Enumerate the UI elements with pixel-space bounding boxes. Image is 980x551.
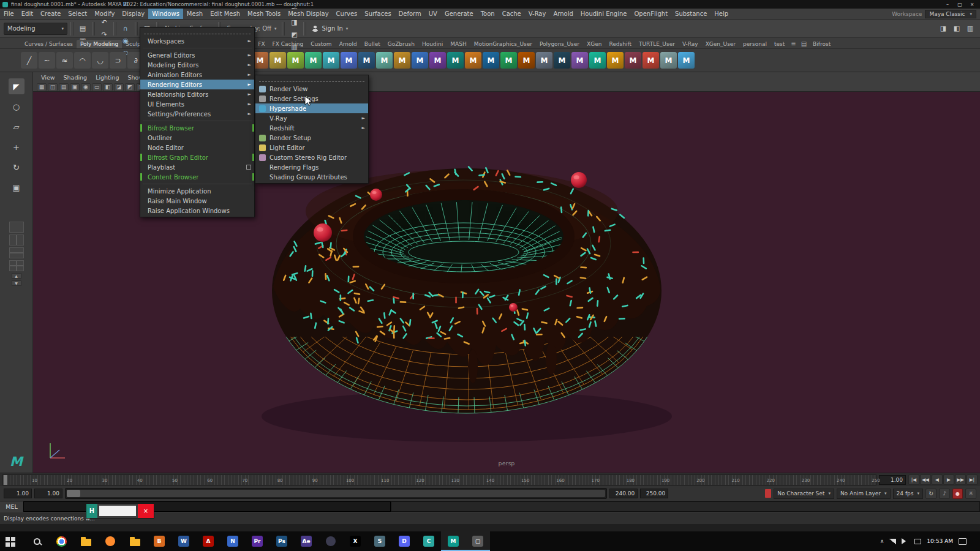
shelf-tab-poly-modeling[interactable]: Poly Modeling	[77, 40, 122, 48]
command-input[interactable]	[23, 501, 391, 512]
shelf-script-icon-26[interactable]: M	[625, 52, 641, 69]
menu-deform[interactable]: Deform	[395, 9, 425, 19]
shelf-tab-v-ray[interactable]: V-Ray	[679, 40, 702, 48]
menu-modify[interactable]: Modify	[91, 9, 118, 19]
shelf-menu-icon[interactable]: ≡	[788, 39, 798, 48]
current-time-field[interactable]: 1.00	[879, 475, 906, 485]
shelf-tab-xgen-user[interactable]: XGen_User	[702, 40, 739, 48]
viewport-icon-a-7[interactable]: ◪	[114, 83, 124, 91]
taskbar-app-word[interactable]: W	[172, 531, 196, 551]
sign-in-button[interactable]: Sign In▾	[309, 25, 350, 32]
open-scene-button[interactable]: ▤	[77, 23, 89, 35]
shelf-script-icon-13[interactable]: M	[394, 52, 410, 69]
taskbar-app-maya[interactable]: M	[441, 531, 466, 551]
menu-arnold[interactable]: Arnold	[549, 9, 576, 19]
redo-button[interactable]: ↷	[98, 29, 110, 41]
current-frame-marker[interactable]	[4, 475, 7, 485]
menu-tearoff-handle[interactable]	[259, 78, 364, 82]
lasso-tool[interactable]: ○	[9, 99, 24, 114]
menu-item-outliner[interactable]: Outliner	[140, 133, 254, 143]
shelf-script-icon-15[interactable]: M	[429, 52, 446, 69]
menu-item-v-ray[interactable]: V-Ray►	[255, 113, 368, 123]
workspace-select[interactable]: Maya Classic▾	[925, 10, 976, 18]
toggle-channel-box-button[interactable]: ▥	[964, 23, 976, 35]
taskbar-app-notion[interactable]: N	[221, 531, 245, 551]
step-forward-button[interactable]: ▶▶	[955, 474, 966, 485]
menu-mesh-display[interactable]: Mesh Display	[284, 9, 332, 19]
shelf-tab-bifrost[interactable]: Bifrost	[809, 40, 834, 48]
menu-item-rendering-editors[interactable]: Rendering Editors►	[140, 80, 254, 89]
taskbar-app-orange[interactable]: B	[147, 531, 172, 551]
menu-cache[interactable]: Cache	[499, 9, 525, 19]
shelf-tool-icon-3[interactable]: ◠	[74, 52, 91, 69]
menu-tearoff-handle[interactable]	[144, 30, 251, 34]
menu-edit[interactable]: Edit	[18, 9, 37, 19]
taskbar-app-aftereffects[interactable]: Ae	[294, 531, 318, 551]
layout-prev-button[interactable]: ▲	[12, 273, 21, 279]
shelf-script-icon-21[interactable]: M	[536, 52, 552, 69]
shelf-script-icon-6[interactable]: M	[270, 52, 286, 69]
character-set-select[interactable]: No Character Set▾	[774, 489, 834, 499]
shelf-tab-curves-surfaces[interactable]: Curves / Surfaces	[21, 40, 77, 48]
menu-item-render-view[interactable]: Render View	[255, 84, 368, 94]
menu-item-ui-elements[interactable]: UI Elements►	[140, 99, 254, 109]
shelf-script-icon-9[interactable]: M	[323, 52, 339, 69]
viewport-icon-a-5[interactable]: ▭	[92, 83, 102, 91]
snap-point-button[interactable]: ∩	[119, 23, 132, 35]
menu-item-bifrost-graph-editor[interactable]: Bifrost Graph Editor	[140, 152, 254, 162]
maximize-button[interactable]: ▢	[954, 1, 965, 8]
menu-item-render-setup[interactable]: Render Setup	[255, 133, 368, 143]
taskbar-app-acrobat[interactable]: A	[196, 531, 221, 551]
shelf-script-icon-25[interactable]: M	[607, 52, 624, 69]
shelf-script-icon-23[interactable]: M	[571, 52, 588, 69]
menu-help[interactable]: Help	[710, 9, 732, 19]
menu-item-light-editor[interactable]: Light Editor	[255, 143, 368, 152]
shelf-tool-icon-2[interactable]: ≈	[56, 52, 73, 69]
sound-toggle-icon[interactable]: ♪	[939, 489, 950, 499]
menu-toon[interactable]: Toon	[477, 9, 499, 19]
animation-preferences-icon[interactable]: ☼	[965, 489, 976, 499]
taskbar-app-file-explorer[interactable]	[74, 531, 98, 551]
shelf-tool-icon-0[interactable]: ╱	[21, 52, 37, 69]
taskbar-app-premiere[interactable]: Pr	[245, 531, 270, 551]
menu-item-rendering-flags[interactable]: Rendering Flags	[255, 162, 368, 172]
toggle-tool-settings-button[interactable]: ◧	[951, 23, 963, 35]
range-slider-track[interactable]	[65, 488, 607, 499]
range-slider-handle[interactable]	[67, 490, 80, 497]
menu-item-modeling-editors[interactable]: Modeling Editors►	[140, 60, 254, 70]
rotate-tool[interactable]: ↻	[9, 159, 24, 175]
shelf-script-icon-29[interactable]: M	[678, 52, 695, 69]
menu-item-workspaces[interactable]: Workspaces►	[140, 36, 254, 46]
menu-set-selector[interactable]: Modeling▾	[4, 23, 67, 35]
shelf-script-icon-14[interactable]: M	[412, 52, 428, 69]
shelf-tab-arnold[interactable]: Arnold	[336, 40, 361, 48]
taskbar-app-folder[interactable]	[123, 531, 147, 551]
shelf-script-icon-10[interactable]: M	[341, 52, 357, 69]
menu-mesh[interactable]: Mesh	[183, 9, 206, 19]
auto-key-button[interactable]: ●	[952, 489, 963, 499]
layout-three-pane-button[interactable]	[9, 247, 24, 258]
panel-menu-shading[interactable]: Shading	[59, 74, 92, 81]
anim-layer-select[interactable]: No Anim Layer▾	[837, 489, 891, 499]
menu-surfaces[interactable]: Surfaces	[361, 9, 394, 19]
shelf-list-icon[interactable]: ▤	[799, 39, 809, 48]
shelf-script-icon-7[interactable]: M	[287, 52, 304, 69]
taskbar-app-photoshop[interactable]: Ps	[270, 531, 294, 551]
playback-end-field[interactable]: 240.00	[609, 489, 638, 498]
viewport-icon-a-2[interactable]: ▤	[59, 83, 69, 91]
menu-select[interactable]: Select	[64, 9, 91, 19]
menu-item-general-editors[interactable]: General Editors►	[140, 50, 254, 60]
option-box-icon[interactable]	[246, 165, 251, 170]
minimize-button[interactable]: –	[942, 1, 953, 8]
shelf-script-icon-11[interactable]: M	[358, 52, 375, 69]
menu-item-relationship-editors[interactable]: Relationship Editors►	[140, 89, 254, 99]
scale-tool[interactable]: ▣	[9, 179, 24, 195]
menu-item-animation-editors[interactable]: Animation Editors►	[140, 70, 254, 80]
shelf-tab-gozbrush[interactable]: GoZbrush	[384, 40, 418, 48]
shelf-tab-turtle-user[interactable]: TURTLE_User	[635, 40, 679, 48]
menu-file[interactable]: File	[0, 9, 18, 19]
fps-select[interactable]: 24 fps▾	[893, 489, 923, 499]
shelf-tab-custom[interactable]: Custom	[307, 40, 335, 48]
battery-icon[interactable]	[914, 539, 921, 544]
tray-chevron-up-icon[interactable]: ∧	[880, 538, 884, 544]
